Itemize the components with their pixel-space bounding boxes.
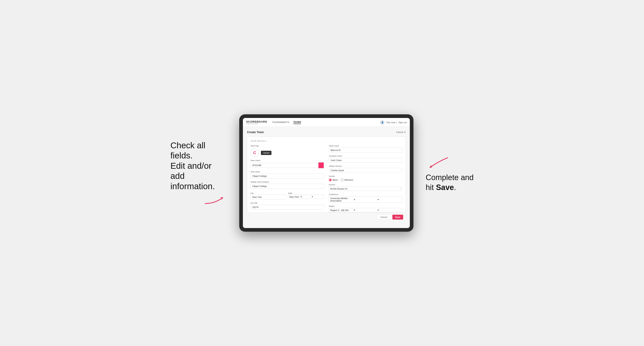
division-field: Division NCAA Division III ▾ — [329, 184, 402, 191]
content-area: Create Team Cancel ✕ TEAM DETAILS — [243, 127, 410, 228]
form-footer: Cancel Save — [246, 212, 406, 222]
brand-name: SCOREBOARD — [246, 120, 267, 123]
city-label: City — [250, 192, 254, 194]
cancel-button[interactable]: Cancel — [377, 214, 390, 220]
gender-mens-label: Mens — [332, 179, 338, 181]
conference-chevron-icon: ▾ — [378, 198, 401, 201]
annotation-line2: Edit and/or add — [170, 161, 227, 181]
state-field: State New York ✕ ▾ — [288, 191, 324, 199]
user-avatar: 👤 — [380, 120, 384, 125]
nav-teams[interactable]: TEAMS — [293, 121, 301, 124]
left-annotation: Check all fields. Edit and/or add inform… — [170, 141, 227, 205]
logo-circle: C — [250, 149, 259, 157]
avatar-icon: 👤 — [381, 121, 384, 123]
brand: SCOREBOARD Powered by clippd — [246, 120, 267, 124]
navbar: SCOREBOARD Powered by clippd TOURNAMENTS… — [243, 118, 410, 127]
assistant-coach-label: Assistant Coach — [329, 155, 402, 157]
annotation-line3: information. — [170, 181, 227, 191]
left-arrow-icon — [203, 193, 227, 205]
gender-mens-option[interactable]: Mens — [329, 178, 338, 181]
display-name-input[interactable] — [250, 184, 324, 188]
team-name-input[interactable] — [250, 173, 324, 178]
logo-area: C Upload — [250, 149, 324, 157]
team-logo-label: Team logo — [250, 145, 324, 147]
save-button[interactable]: Save — [392, 215, 403, 219]
conference-clear-icon[interactable]: ✕ — [354, 198, 377, 201]
city-state-group: City State New York ✕ ▾ — [250, 191, 324, 199]
head-coach-field: Head Coach — [329, 145, 402, 153]
team-logo-field: Team logo C Upload — [250, 145, 324, 157]
form-panel: TEAM DETAILS Team logo C — [247, 137, 406, 222]
head-coach-label: Head Coach — [329, 145, 402, 147]
region-value: Region II - (M) DIII — [330, 209, 354, 211]
region-select[interactable]: Region II - (M) DIII ✕ ▾ — [329, 208, 402, 212]
team-colour-field: Team colour — [250, 160, 324, 168]
region-label: Region — [329, 205, 402, 207]
athletic-director-input[interactable] — [329, 168, 402, 173]
gender-field: Gender Mens Womens — [329, 175, 402, 181]
state-value: New York — [290, 196, 300, 198]
zip-label: Zip code — [250, 202, 324, 204]
assistant-coach-input[interactable] — [329, 158, 402, 163]
zip-input[interactable] — [250, 205, 324, 210]
zip-field: Zip code — [250, 202, 324, 210]
city-input[interactable] — [250, 195, 286, 199]
annotation-save-text: Save — [436, 183, 454, 192]
team-name-label: Team name — [250, 171, 324, 173]
right-annotation: Complete and hit Save. — [426, 154, 474, 193]
team-name-field: Team name — [250, 171, 324, 178]
display-name-label: Display name (unique) — [250, 181, 324, 183]
region-clear-icon[interactable]: ✕ — [354, 209, 377, 211]
city-field: City — [250, 191, 286, 199]
team-colour-input[interactable] — [250, 163, 318, 168]
conference-field: Conference University Athletic Associati… — [329, 193, 402, 203]
team-colour-label: Team colour — [250, 160, 324, 162]
annotation-right-line1: Complete and — [426, 173, 474, 182]
assistant-coach-field: Assistant Coach — [329, 155, 402, 163]
color-swatch[interactable] — [318, 162, 324, 168]
conference-value: University Athletic Association — [330, 197, 354, 202]
nav-links: TOURNAMENTS TEAMS — [272, 121, 301, 124]
gender-mens-radio[interactable] — [329, 178, 332, 181]
brand-sub: Powered by clippd — [246, 123, 267, 124]
region-field: Region Region II - (M) DIII ✕ ▾ — [329, 205, 402, 212]
create-team-header: Create Team Cancel ✕ — [247, 131, 406, 134]
tablet-frame: SCOREBOARD Powered by clippd TOURNAMENTS… — [239, 114, 414, 232]
close-icon: ✕ — [404, 131, 406, 134]
state-select-wrap[interactable]: New York ✕ ▾ — [288, 195, 324, 199]
annotation-line1: Check all fields. — [170, 141, 227, 161]
city-state-row: City State New York ✕ ▾ — [250, 191, 324, 199]
section-label: TEAM DETAILS — [250, 140, 402, 142]
division-value: NCAA Division III — [330, 187, 400, 190]
form-left-col: Team logo C Upload Team colo — [250, 145, 324, 212]
athletic-director-field: Athletic Director — [329, 165, 402, 173]
conference-label: Conference — [329, 193, 402, 195]
gender-radio-group: Mens Womens — [329, 178, 402, 181]
color-field-wrap — [250, 162, 324, 168]
division-select[interactable]: NCAA Division III ▾ — [329, 186, 402, 191]
division-chevron-icon: ▾ — [400, 188, 401, 190]
gender-womens-option[interactable]: Womens — [341, 178, 353, 181]
display-name-field: Display name (unique) — [250, 181, 324, 188]
state-clear-icon[interactable]: ✕ — [300, 195, 311, 198]
gender-womens-radio[interactable] — [341, 178, 344, 181]
gender-label: Gender — [329, 175, 402, 177]
right-arrow-icon — [426, 154, 450, 170]
signout-button[interactable]: Sign out — [398, 121, 406, 124]
gender-womens-label: Womens — [344, 179, 353, 181]
athletic-director-label: Athletic Director — [329, 165, 402, 167]
cancel-x-button[interactable]: Cancel ✕ — [396, 131, 406, 134]
form-grid: Team logo C Upload Team colo — [250, 145, 402, 212]
conference-select[interactable]: University Athletic Association ✕ ▾ — [329, 196, 402, 203]
user-name: Test User | — [386, 121, 397, 124]
division-label: Division — [329, 184, 402, 186]
head-coach-input[interactable] — [329, 148, 402, 153]
region-chevron-icon: ▾ — [378, 209, 401, 211]
form-right-col: Head Coach Assistant Coach Athletic Dire… — [329, 145, 402, 212]
state-chevron-icon: ▾ — [312, 195, 322, 198]
annotation-hit-text: hit — [426, 183, 436, 192]
upload-button[interactable]: Upload — [261, 151, 272, 155]
navbar-right: 👤 Test User | Sign out — [380, 120, 406, 125]
state-label: State — [288, 192, 292, 194]
nav-tournaments[interactable]: TOURNAMENTS — [272, 121, 289, 124]
